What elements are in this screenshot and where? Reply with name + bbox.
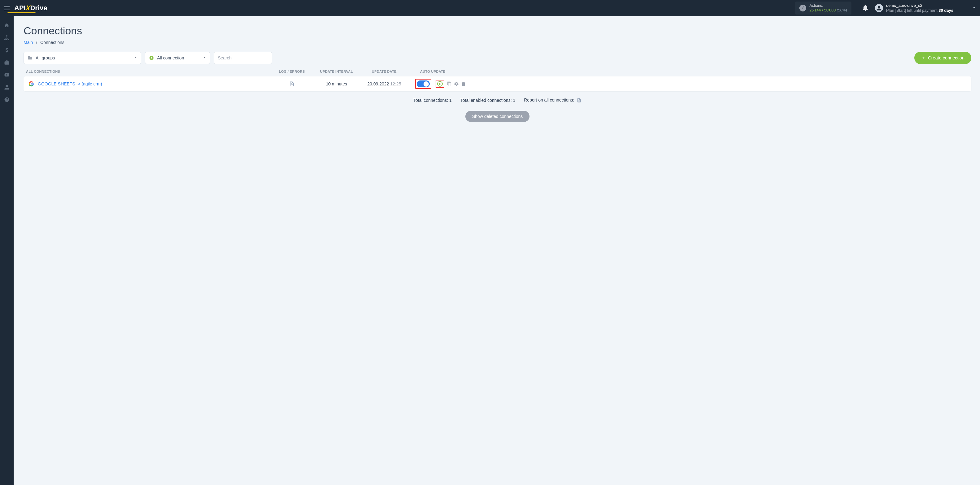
home-icon [4, 22, 10, 28]
run-now-button[interactable] [437, 81, 443, 87]
sidebar-item-home[interactable] [0, 19, 14, 32]
date-cell: 20.09.2022 12:25 [360, 81, 408, 86]
interval-cell: 10 minutes [313, 81, 360, 86]
chevron-down-icon [972, 6, 976, 10]
groups-select-label: All groups [36, 55, 55, 60]
actions-label: Actions: [809, 3, 847, 8]
svg-point-6 [8, 39, 9, 40]
play-icon [439, 83, 441, 85]
show-deleted-button[interactable]: Show deleted connections [465, 111, 530, 122]
google-icon [29, 81, 34, 87]
highlight-box-play [436, 80, 444, 88]
plus-icon [921, 56, 926, 60]
chevron-down-icon [202, 55, 207, 61]
svg-point-3 [6, 35, 7, 36]
auto-update-toggle[interactable] [417, 81, 430, 87]
breadcrumb: Main / Connections [24, 40, 971, 45]
sidebar [0, 16, 14, 134]
avatar-icon [875, 4, 883, 12]
plan-text: Plan |Start| left until payment [886, 8, 939, 13]
sidebar-item-connections[interactable] [0, 32, 14, 44]
bell-icon [862, 5, 868, 11]
actions-quota[interactable]: i Actions: 25'144 / 50'000 (50%) [795, 2, 851, 14]
svg-rect-2 [4, 10, 10, 10]
sidebar-item-tools[interactable] [0, 56, 14, 69]
menu-toggle[interactable] [0, 0, 14, 16]
trash-icon[interactable] [461, 81, 466, 86]
search-box [214, 52, 272, 64]
logo[interactable]: APIXDrive [14, 4, 47, 12]
svg-rect-0 [4, 6, 10, 6]
breadcrumb-main[interactable]: Main [24, 40, 33, 45]
breadcrumb-current: Connections [40, 40, 64, 45]
actions-pct: (50%) [837, 8, 847, 13]
table-header: ALL CONNECTIONS LOG / ERRORS UPDATE INTE… [24, 70, 971, 76]
column-header-name: ALL CONNECTIONS [26, 70, 271, 73]
column-header-interval: UPDATE INTERVAL [313, 70, 360, 73]
status-select[interactable]: All connection [145, 52, 210, 64]
connections-icon [4, 35, 10, 41]
page-title: Connections [24, 25, 971, 37]
actions-used: 25'144 [809, 8, 821, 13]
auto-update-cell [408, 79, 466, 89]
svg-point-5 [6, 39, 7, 40]
top-header: APIXDrive i Actions: 25'144 / 50'000 (50… [0, 0, 980, 16]
summary-row: Total connections: 1 Total enabled conne… [24, 98, 971, 103]
status-select-label: All connection [157, 55, 184, 60]
chevron-down-icon [134, 55, 138, 61]
document-icon[interactable] [577, 98, 582, 103]
briefcase-icon [4, 60, 10, 65]
svg-point-4 [4, 39, 5, 40]
user-menu[interactable]: demo_apix-drive_s2 Plan |Start| left unt… [875, 3, 953, 13]
column-header-date: UPDATE DATE [360, 70, 408, 73]
plan-days: 30 days [939, 8, 953, 13]
column-header-log: LOG / ERRORS [271, 70, 313, 73]
log-cell [271, 81, 313, 87]
info-icon: i [799, 5, 806, 11]
user-icon [4, 84, 10, 90]
copy-icon[interactable] [447, 81, 452, 86]
create-connection-label: Create connection [928, 55, 964, 60]
main-content: Connections Main / Connections All group… [14, 16, 980, 134]
sidebar-item-account[interactable] [0, 81, 14, 94]
total-connections: Total connections: 1 [413, 98, 452, 103]
search-input[interactable] [214, 52, 272, 64]
folder-icon [27, 55, 33, 60]
dollar-icon [4, 48, 10, 53]
connection-name-link[interactable]: GOOGLE SHEETS -> (agile crm) [38, 81, 102, 86]
connection-name-cell: GOOGLE SHEETS -> (agile crm) [26, 81, 271, 87]
actions-total: 50'000 [824, 8, 835, 13]
groups-select[interactable]: All groups [24, 52, 141, 64]
total-enabled: Total enabled connections: 1 [460, 98, 515, 103]
sidebar-item-video[interactable] [0, 69, 14, 81]
report-all: Report on all connections: [524, 98, 582, 103]
play-circle-icon [149, 55, 154, 60]
user-name: demo_apix-drive_s2 [886, 3, 953, 8]
column-header-auto: AUTO UPDATE [408, 70, 463, 73]
sidebar-item-help[interactable] [0, 94, 14, 106]
youtube-icon [4, 72, 10, 78]
hamburger-icon [4, 6, 10, 10]
help-icon [4, 97, 10, 103]
document-icon[interactable] [289, 81, 295, 87]
svg-rect-1 [4, 8, 10, 8]
gear-icon[interactable] [454, 81, 459, 86]
user-menu-toggle[interactable] [972, 6, 976, 11]
highlight-box-toggle [415, 79, 431, 89]
sidebar-item-billing[interactable] [0, 44, 14, 56]
controls-row: All groups All connection Create connect… [24, 52, 971, 64]
create-connection-button[interactable]: Create connection [914, 52, 971, 64]
table-row: GOOGLE SHEETS -> (agile crm) 10 minutes … [24, 76, 971, 91]
notifications-button[interactable] [862, 5, 868, 12]
